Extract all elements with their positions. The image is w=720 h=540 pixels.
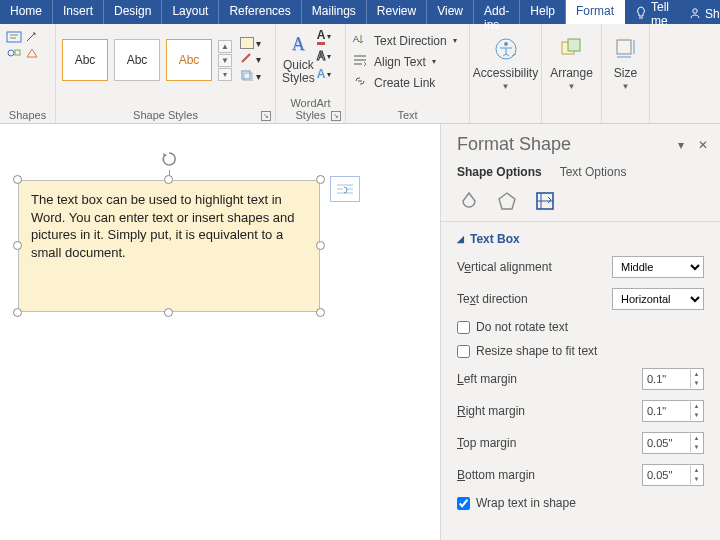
text-direction-select[interactable]: Horizontal [612, 288, 704, 310]
svg-text:A: A [353, 34, 359, 44]
shape-outline-button[interactable]: ▾ [240, 52, 261, 66]
align-text-button[interactable]: Align Text▾ [352, 53, 463, 70]
spin-down-icon[interactable]: ▼ [690, 443, 702, 452]
resize-handle-w[interactable] [13, 241, 22, 250]
tab-format[interactable]: Format [566, 0, 625, 24]
tab-view[interactable]: View [427, 0, 474, 24]
close-icon[interactable]: ✕ [698, 138, 708, 152]
tab-insert[interactable]: Insert [53, 0, 104, 24]
tab-references[interactable]: References [219, 0, 301, 24]
more-shapes-icon[interactable] [24, 46, 40, 60]
pane-options-button[interactable]: ▾ [678, 138, 684, 152]
shape-fill-button[interactable]: ▾ [240, 37, 261, 49]
effects-icon[interactable] [495, 189, 519, 213]
spin-up-icon[interactable]: ▲ [690, 370, 702, 379]
edit-shape-icon[interactable] [24, 30, 40, 44]
text-direction-button[interactable]: A Text Direction▾ [352, 32, 463, 49]
shapes-gallery-icon[interactable] [6, 46, 22, 60]
tab-addins[interactable]: Add-ins [474, 0, 520, 24]
rotate-handle[interactable] [160, 150, 178, 171]
tab-layout[interactable]: Layout [162, 0, 219, 24]
pencil-icon [240, 52, 254, 66]
vertical-alignment-select[interactable]: Middle [612, 256, 704, 278]
accessibility-icon [490, 34, 522, 64]
svg-rect-2 [7, 32, 21, 42]
svg-point-1 [693, 8, 697, 12]
svg-rect-17 [568, 39, 580, 51]
wordart-a-icon: A [284, 30, 312, 58]
shape-style-2[interactable]: Abc [114, 39, 160, 81]
shape-style-3[interactable]: Abc [166, 39, 212, 81]
quick-styles-button[interactable]: A Quick Styles [282, 28, 315, 92]
size-label: Size [614, 66, 637, 80]
textbox-icon[interactable] [6, 30, 22, 44]
left-margin-input[interactable]: 0.1"▲▼ [642, 368, 704, 390]
arrange-button[interactable]: Arrange ▼ [548, 28, 595, 91]
spin-down-icon[interactable]: ▼ [690, 379, 702, 388]
resize-handle-ne[interactable] [316, 175, 325, 184]
bottom-margin-input[interactable]: 0.05"▲▼ [642, 464, 704, 486]
dialog-launcher-icon[interactable]: ↘ [261, 111, 271, 121]
shape-effects-button[interactable]: ▾ [240, 69, 261, 83]
layout-options-button[interactable] [330, 176, 360, 202]
dialog-launcher-icon[interactable]: ↘ [331, 111, 341, 121]
spin-up-icon[interactable]: ▲ [690, 434, 702, 443]
text-fill-button[interactable]: A▾ [317, 28, 332, 45]
textbox-content[interactable]: The text box can be used to highlight te… [18, 180, 320, 312]
resize-shape-label: Resize shape to fit text [476, 344, 597, 358]
layout-properties-icon[interactable] [533, 189, 557, 213]
tell-me[interactable]: Tell me [625, 0, 679, 24]
pane-tab-text-options[interactable]: Text Options [560, 165, 627, 179]
resize-handle-sw[interactable] [13, 308, 22, 317]
group-label-accessibility [476, 119, 535, 121]
resize-handle-e[interactable] [316, 241, 325, 250]
chevron-down-icon: ▼ [568, 82, 576, 91]
accessibility-button[interactable]: Accessibility ▼ [476, 28, 535, 91]
section-label: Text Box [470, 232, 520, 246]
create-link-button[interactable]: Create Link [352, 74, 463, 91]
tab-home[interactable]: Home [0, 0, 53, 24]
chevron-down-icon[interactable]: ▼ [218, 54, 232, 67]
document-canvas[interactable]: The text box can be used to highlight te… [0, 124, 440, 540]
shape-style-scroll[interactable]: ▲ ▼ ▾ [218, 40, 232, 81]
fill-line-icon[interactable] [457, 189, 481, 213]
group-label-shape-styles: Shape Styles↘ [62, 107, 269, 121]
svg-marker-21 [499, 193, 515, 209]
tab-mailings[interactable]: Mailings [302, 0, 367, 24]
text-effects-button[interactable]: A▾ [317, 67, 332, 81]
shape-style-1[interactable]: Abc [62, 39, 108, 81]
tab-help[interactable]: Help [520, 0, 566, 24]
wrap-text-input[interactable] [457, 497, 470, 510]
tab-review[interactable]: Review [367, 0, 427, 24]
text-direction-icon: A [352, 32, 368, 49]
resize-handle-n[interactable] [164, 175, 173, 184]
wrap-text-checkbox[interactable]: Wrap text in shape [457, 496, 704, 510]
right-margin-input[interactable]: 0.1"▲▼ [642, 400, 704, 422]
do-not-rotate-input[interactable] [457, 321, 470, 334]
document-area: The text box can be used to highlight te… [0, 124, 720, 540]
spin-down-icon[interactable]: ▼ [690, 475, 702, 484]
resize-handle-s[interactable] [164, 308, 173, 317]
do-not-rotate-checkbox[interactable]: Do not rotate text [457, 320, 704, 334]
more-styles-icon[interactable]: ▾ [218, 68, 232, 81]
group-label-size [608, 119, 643, 121]
top-margin-value: 0.05" [647, 437, 672, 449]
spin-up-icon[interactable]: ▲ [690, 402, 702, 411]
text-outline-button[interactable]: A▾ [317, 49, 332, 63]
pane-tab-shape-options[interactable]: Shape Options [457, 165, 542, 179]
resize-handle-se[interactable] [316, 308, 325, 317]
top-margin-input[interactable]: 0.05"▲▼ [642, 432, 704, 454]
spin-up-icon[interactable]: ▲ [690, 466, 702, 475]
resize-handle-nw[interactable] [13, 175, 22, 184]
size-button[interactable]: Size ▼ [608, 28, 643, 91]
spin-down-icon[interactable]: ▼ [690, 411, 702, 420]
selected-textbox[interactable]: The text box can be used to highlight te… [18, 180, 320, 312]
section-text-box[interactable]: ◢ Text Box [457, 232, 704, 246]
resize-shape-checkbox[interactable]: Resize shape to fit text [457, 344, 704, 358]
tab-design[interactable]: Design [104, 0, 162, 24]
svg-point-5 [8, 50, 14, 56]
resize-shape-input[interactable] [457, 345, 470, 358]
chevron-up-icon[interactable]: ▲ [218, 40, 232, 53]
share-button[interactable]: Share [679, 0, 720, 24]
ribbon: Shapes Abc Abc Abc ▲ ▼ ▾ ▾ ▾ ▾ Shape Sty… [0, 24, 720, 124]
